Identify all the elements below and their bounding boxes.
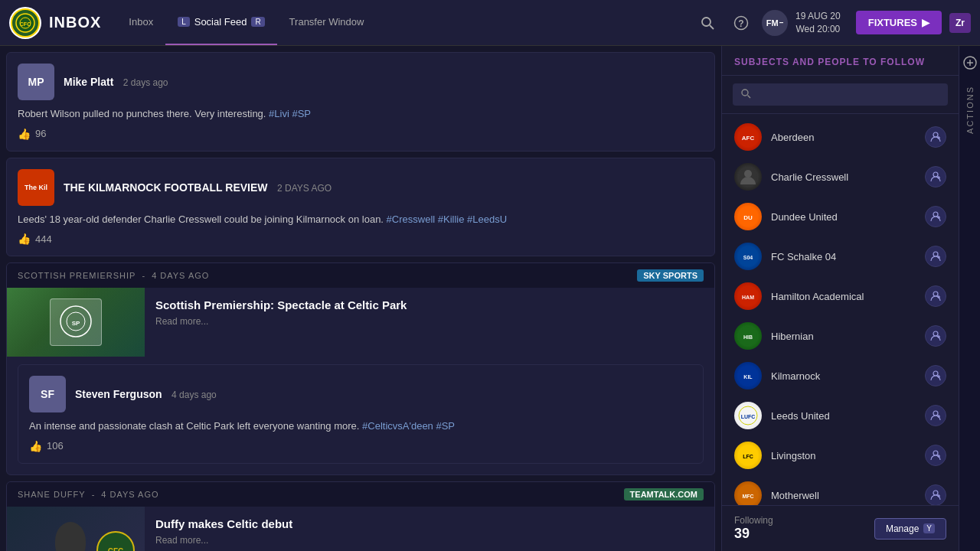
follow-btn-kilmarnock[interactable] [925, 365, 946, 386]
like-icon: 👍 [29, 440, 42, 452]
fm-badge[interactable]: FM – [762, 10, 788, 36]
search-input-wrap [733, 83, 948, 106]
svg-point-20 [744, 170, 752, 178]
club-badge-hibernian: HIB [734, 322, 762, 350]
tab-social-feed[interactable]: L Social Feed R [165, 0, 276, 45]
svg-text:AFC: AFC [742, 135, 755, 142]
news-source-info: SCOTTISH PREMIERSHIP - 4 DAYS AGO [18, 271, 209, 280]
sidebar-item-livingston[interactable]: LFC Livingston [722, 435, 959, 475]
sidebar-item-charlie-cresswell[interactable]: Charlie Cresswell [722, 157, 959, 197]
news-image-shane: CFC [7, 507, 145, 552]
sidebar: SUBJECTS AND PEOPLE TO FOLLOW AFC Aberde… [721, 46, 959, 551]
date-area: 19 AUG 20 Wed 20:00 [795, 10, 841, 36]
nav-tabs: Inbox L Social Feed R Transfer Window [116, 0, 376, 45]
zr-badge[interactable]: Zr [949, 13, 971, 33]
like-count: 96 [35, 128, 46, 139]
svg-text:HIB: HIB [743, 334, 753, 340]
hashtag-leedsu[interactable]: #LeedsU [467, 214, 507, 225]
sidebar-item-motherwell[interactable]: MFC Motherwell [722, 475, 959, 505]
like-count: 444 [35, 233, 52, 245]
top-nav: CFC INBOX Inbox L Social Feed R Transfer… [0, 0, 980, 46]
sidebar-item-kilmarnock[interactable]: KIL Kilmarnock [722, 356, 959, 396]
news-read-more[interactable]: Read more... [155, 535, 704, 546]
tweet-time: 2 DAYS AGO [277, 183, 332, 194]
tab-social-feed-badge-right: R [251, 17, 264, 27]
actions-plus-icon[interactable] [961, 54, 979, 72]
svg-text:HAM: HAM [742, 295, 754, 300]
news-image: SP [7, 288, 145, 357]
svg-point-51 [933, 411, 938, 416]
sidebar-list: AFC Aberdeen Charlie Cresswell [722, 114, 959, 505]
follow-btn-motherwell[interactable] [925, 484, 946, 505]
news-title[interactable]: Scottish Premiership: Spectacle at Celti… [155, 298, 704, 311]
avatar-mp: MP [18, 64, 54, 100]
follow-btn-hamilton[interactable] [925, 285, 946, 307]
tweet-text: Leeds' 18 year-old defender Charlie Cres… [18, 212, 704, 227]
news-content: Duffy makes Celtic debut Read more... [145, 507, 714, 552]
follow-btn-schalke[interactable] [925, 246, 946, 267]
svg-text:CFC: CFC [20, 21, 31, 27]
news-source-label: SCOTTISH PREMIERSHIP [18, 271, 136, 280]
club-name-charlie: Charlie Cresswell [771, 171, 916, 183]
club-logo: CFC [9, 7, 41, 39]
tab-transfer-window-label: Transfer Window [289, 16, 364, 28]
svg-text:S04: S04 [743, 255, 753, 260]
hashtag-sp2[interactable]: #SP [436, 420, 455, 432]
svg-text:SP: SP [72, 320, 80, 327]
search-icon [740, 88, 751, 101]
follow-btn-charlie[interactable] [925, 166, 946, 187]
top-icons: ? FM – 19 AUG 20 Wed 20:00 FIXTURES ▶ Zr [694, 10, 971, 36]
sidebar-search [722, 76, 959, 114]
follow-btn-leeds[interactable] [925, 405, 946, 426]
time-text: Wed 20:00 [795, 23, 841, 36]
sidebar-item-aberdeen[interactable]: AFC Aberdeen [722, 117, 959, 157]
svg-point-16 [933, 132, 938, 137]
hashtag-sp[interactable]: #SP [292, 108, 311, 119]
club-name-livingston: Livingston [771, 450, 916, 461]
news-header-bar: SCOTTISH PREMIERSHIP - 4 DAYS AGO SKY SP… [7, 263, 714, 288]
search-icon-btn[interactable] [694, 10, 720, 36]
sidebar-search-input[interactable] [757, 89, 940, 100]
follow-btn-aberdeen[interactable] [925, 126, 946, 148]
svg-line-4 [710, 25, 714, 29]
svg-point-36 [933, 292, 938, 296]
tweet-likes: 👍 444 [18, 233, 704, 245]
follow-btn-livingston[interactable] [925, 445, 946, 466]
fm-minus-icon: – [779, 18, 784, 27]
news-title[interactable]: Duffy makes Celtic debut [155, 517, 704, 530]
sidebar-item-schalke[interactable]: S04 FC Schalke 04 [722, 236, 959, 276]
hashtag-livi[interactable]: #Livi [269, 108, 289, 119]
club-name-schalke: FC Schalke 04 [771, 251, 916, 262]
avatar-sf: SF [29, 376, 66, 412]
following-count: 39 [734, 526, 773, 542]
fixtures-arrow-icon: ▶ [922, 17, 929, 28]
news-card-shane-duffy: SHANE DUFFY - 4 DAYS AGO TEAMTALK.COM CF… [6, 481, 715, 552]
hashtag-celticvsadeen[interactable]: #CelticvsA'deen [362, 420, 433, 432]
tab-inbox-label: Inbox [129, 16, 153, 28]
sidebar-item-leeds-united[interactable]: LUFC Leeds United [722, 396, 959, 435]
club-badge-schalke: S04 [734, 243, 762, 270]
follow-btn-hibernian[interactable] [925, 325, 946, 347]
help-icon-btn[interactable]: ? [728, 10, 754, 36]
news-time: 4 DAYS AGO [152, 271, 209, 280]
sidebar-item-hamilton[interactable]: HAM Hamilton Academical [722, 276, 959, 316]
manage-button[interactable]: Manage Y [874, 518, 946, 540]
tweet-card-steven-ferguson: SF Steven Ferguson 4 days ago An intense… [18, 364, 704, 464]
hashtag-cresswell[interactable]: #Cresswell [387, 214, 436, 225]
sidebar-item-hibernian[interactable]: HIB Hibernian [722, 316, 959, 356]
news-image-inner: SP [7, 288, 145, 357]
tweet-likes: 👍 96 [18, 128, 704, 140]
like-icon: 👍 [18, 233, 31, 245]
follow-btn-dundee[interactable] [925, 206, 946, 227]
page-title: INBOX [49, 14, 101, 31]
news-read-more[interactable]: Read more... [155, 316, 704, 327]
hashtag-killie[interactable]: #Killie [438, 214, 465, 225]
svg-point-3 [702, 18, 710, 26]
tweet-text: Robert Wilson pulled no punches there. V… [18, 106, 704, 122]
tab-inbox[interactable]: Inbox [116, 0, 165, 45]
sidebar-item-dundee-united[interactable]: DU Dundee United [722, 197, 959, 236]
svg-text:LUFC: LUFC [741, 414, 756, 419]
club-name-leeds: Leeds United [771, 410, 916, 422]
fixtures-button[interactable]: FIXTURES ▶ [856, 11, 942, 34]
tab-transfer-window[interactable]: Transfer Window [277, 0, 377, 45]
